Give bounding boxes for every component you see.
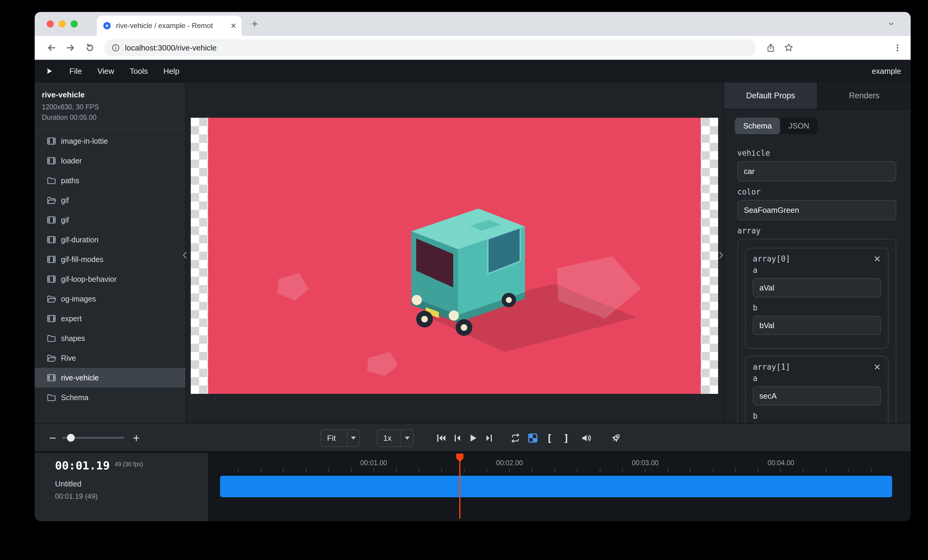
array-item-1-label: array[1]	[753, 362, 790, 371]
render-rocket-button[interactable]	[609, 431, 623, 445]
preview-pane	[186, 82, 723, 423]
share-icon[interactable]	[766, 43, 775, 53]
menu-view[interactable]: View	[98, 67, 114, 76]
tab-search-chevron-icon[interactable]	[887, 20, 895, 28]
tab-default-props[interactable]: Default Props	[724, 82, 818, 109]
timeline: 00:01.19 49 (30 fps) Untitled 00:01.19 (…	[35, 452, 911, 521]
sidebar-item-label: gif	[61, 216, 69, 224]
timeline-ruler[interactable]: 00:01.00 00:02.00 00:03.00 00:04.00	[220, 457, 892, 472]
menu-help[interactable]: Help	[163, 67, 179, 76]
out-point-button[interactable]: ]	[559, 431, 574, 445]
browser-menu-kebab-icon[interactable]	[893, 43, 902, 53]
sidebar-item-expert[interactable]: expert	[35, 309, 185, 329]
film-icon	[47, 215, 56, 225]
size-select[interactable]: Fit	[321, 429, 360, 447]
new-tab-button[interactable]	[246, 15, 263, 32]
array-1-a-input[interactable]	[753, 387, 881, 405]
array-0-b-input[interactable]	[753, 316, 881, 335]
playhead-line[interactable]	[459, 455, 460, 519]
loop-toggle-button[interactable]	[508, 431, 523, 445]
sidebar-item-paths[interactable]: paths	[35, 170, 185, 190]
speed-select[interactable]: 1x	[377, 429, 414, 447]
remove-array-item-icon[interactable]	[874, 364, 881, 371]
json-view-button[interactable]: JSON	[780, 118, 817, 134]
address-bar[interactable]: localhost:3000/rive-vehicle	[104, 40, 756, 56]
current-time-display: 00:01.19	[55, 459, 110, 472]
sidebar-item-label: gif	[61, 196, 69, 205]
folder-open-icon	[47, 294, 56, 304]
close-window-button[interactable]	[47, 20, 54, 27]
sidebar-item-gif-duration[interactable]: gif-duration	[35, 230, 185, 250]
window-controls	[35, 20, 86, 27]
composition-resolution: 1200x630, 30 FPS	[42, 103, 178, 111]
sidebar-item-gif-fill-modes[interactable]: gif-fill-modes	[35, 250, 185, 269]
zoom-slider[interactable]	[62, 437, 124, 439]
chevron-down-icon	[401, 430, 413, 446]
sidebar-item-rive-vehicle[interactable]: rive-vehicle	[35, 368, 185, 388]
folder-icon	[47, 176, 56, 185]
compositions-sidebar: rive-vehicle 1200x630, 30 FPS Duration 0…	[35, 82, 186, 423]
tab-close-icon[interactable]	[230, 23, 237, 29]
menu-file[interactable]: File	[69, 67, 82, 76]
next-frame-button[interactable]	[482, 431, 496, 445]
film-icon	[47, 156, 56, 166]
menu-tools[interactable]: Tools	[130, 67, 148, 76]
browser-tab[interactable]: rive-vehicle / example - Remot	[97, 15, 241, 36]
sidebar-item-label: gif-fill-modes	[61, 255, 104, 264]
play-button[interactable]	[466, 431, 480, 445]
track-time: 00:01.19 (49)	[55, 492, 208, 501]
composition-info: rive-vehicle 1200x630, 30 FPS Duration 0…	[35, 82, 185, 129]
sidebar-item-label: paths	[61, 176, 79, 185]
zoom-slider-knob[interactable]	[67, 434, 75, 442]
collapse-panel-handle[interactable]	[717, 247, 725, 263]
size-select-value: Fit	[321, 434, 347, 443]
sidebar-item-gif-folder[interactable]: gif	[35, 190, 185, 210]
sidebar-item-rive[interactable]: Rive	[35, 348, 185, 368]
field-label-vehicle: vehicle	[737, 149, 896, 157]
sidebar-item-label: gif-duration	[61, 236, 98, 244]
remove-array-item-icon[interactable]	[874, 255, 881, 262]
vehicle-input[interactable]	[737, 161, 896, 181]
composition-canvas	[191, 118, 718, 394]
collapse-sidebar-handle[interactable]	[181, 247, 188, 263]
chevron-down-icon	[347, 430, 359, 446]
sidebar-item-og-images[interactable]: og-images	[35, 289, 185, 309]
transparency-checkerboard-toggle[interactable]	[526, 431, 540, 445]
back-button[interactable]	[43, 40, 60, 56]
zoom-window-button[interactable]	[70, 20, 78, 27]
minimize-window-button[interactable]	[59, 20, 66, 27]
composition-list: image-in-lottie loader paths gif	[35, 129, 185, 407]
sidebar-item-label: gif-loop-behavior	[61, 275, 117, 284]
bookmark-star-icon[interactable]	[784, 43, 794, 53]
sidebar-item-shapes[interactable]: shapes	[35, 329, 185, 348]
previous-frame-button[interactable]	[450, 431, 465, 445]
reload-button[interactable]	[81, 40, 98, 56]
array-0-a-input[interactable]	[753, 278, 881, 297]
sidebar-item-gif[interactable]: gif	[35, 210, 185, 230]
volume-button[interactable]	[579, 431, 594, 445]
studio-app: rive-vehicle 1200x630, 30 FPS Duration 0…	[35, 82, 911, 521]
skip-to-start-button[interactable]	[434, 431, 449, 445]
props-panel-body: Schema JSON vehicle color array array[0]	[724, 110, 911, 423]
timeline-info-block: 00:01.19 49 (30 fps) Untitled 00:01.19 (…	[35, 453, 208, 521]
url-text: localhost:3000/rive-vehicle	[125, 43, 217, 53]
sidebar-item-label: rive-vehicle	[61, 374, 99, 382]
site-info-icon[interactable]	[111, 43, 120, 52]
sidebar-item-gif-loop-behavior[interactable]: gif-loop-behavior	[35, 269, 185, 289]
sidebar-item-loader[interactable]: loader	[35, 151, 185, 170]
ruler-ticks	[238, 469, 890, 472]
schema-view-button[interactable]: Schema	[735, 118, 780, 134]
color-input[interactable]	[737, 200, 896, 220]
forward-button[interactable]	[62, 40, 79, 56]
speed-select-value: 1x	[377, 434, 401, 443]
composition-title: rive-vehicle	[42, 90, 178, 99]
sidebar-item-image-in-lottie[interactable]: image-in-lottie	[35, 131, 185, 151]
in-point-button[interactable]: [	[542, 431, 557, 445]
timeline-track-bar[interactable]	[220, 476, 892, 497]
film-icon	[47, 373, 56, 382]
browser-toolbar: localhost:3000/rive-vehicle	[35, 36, 911, 60]
sidebar-item-schema[interactable]: Schema	[35, 388, 185, 407]
zoom-in-button[interactable]	[129, 431, 143, 445]
tab-renders[interactable]: Renders	[818, 82, 911, 109]
zoom-out-button[interactable]	[46, 431, 60, 445]
